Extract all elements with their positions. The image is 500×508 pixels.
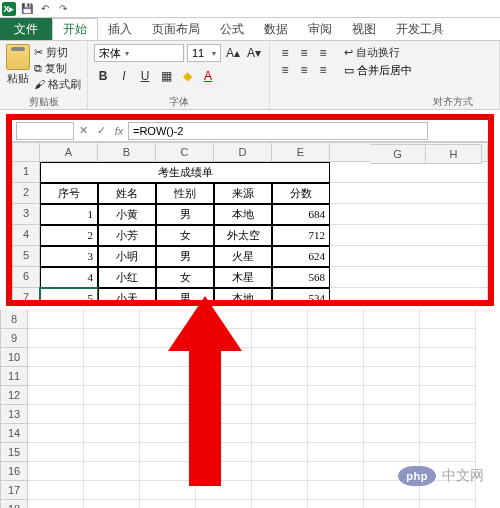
row-header[interactable]: 3 (12, 204, 40, 225)
table-cell[interactable]: 624 (272, 246, 330, 267)
row-header[interactable]: 12 (0, 386, 28, 405)
align-right-icon[interactable]: ≡ (314, 61, 332, 79)
table-cell[interactable]: 女 (156, 267, 214, 288)
col-header[interactable]: G (370, 144, 426, 164)
table-header-cell[interactable]: 序号 (40, 183, 98, 204)
merge-center-button[interactable]: ▭ 合并后居中 (344, 60, 412, 78)
cell[interactable] (330, 204, 488, 225)
font-size-select[interactable]: 11▾ (187, 44, 221, 62)
table-cell[interactable]: 534 (272, 288, 330, 306)
tab-dev[interactable]: 开发工具 (386, 18, 454, 40)
cell[interactable] (330, 288, 488, 306)
table-cell[interactable]: 小明 (98, 246, 156, 267)
cut-button[interactable]: ✂ 剪切 (34, 44, 81, 60)
col-header[interactable]: C (156, 142, 214, 162)
table-cell[interactable]: 1 (40, 204, 98, 225)
table-cell[interactable]: 男 (156, 246, 214, 267)
table-cell[interactable]: 712 (272, 225, 330, 246)
col-header[interactable]: H (426, 144, 482, 164)
table-header-cell[interactable]: 性别 (156, 183, 214, 204)
increase-font-icon[interactable]: A▴ (224, 44, 242, 62)
table-cell[interactable]: 女 (156, 225, 214, 246)
fill-color-button[interactable]: ◆ (178, 67, 196, 85)
format-painter-button[interactable]: 🖌 格式刷 (34, 76, 81, 92)
tab-home[interactable]: 开始 (52, 18, 98, 40)
table-cell[interactable]: 684 (272, 204, 330, 225)
tab-insert[interactable]: 插入 (98, 18, 142, 40)
row-header[interactable]: 8 (0, 310, 28, 329)
borders-button[interactable]: ▦ (157, 67, 175, 85)
wrap-text-button[interactable]: ↩ 自动换行 (344, 44, 412, 60)
tab-view[interactable]: 视图 (342, 18, 386, 40)
name-box[interactable] (16, 122, 74, 140)
cell[interactable] (330, 183, 488, 204)
table-cell[interactable]: 568 (272, 267, 330, 288)
table-title-cell[interactable]: 考生成绩单 (40, 162, 330, 183)
col-header[interactable]: E (272, 142, 330, 162)
table-cell[interactable]: 小天 (98, 288, 156, 306)
col-header[interactable]: A (40, 142, 98, 162)
tab-formulas[interactable]: 公式 (210, 18, 254, 40)
row-header[interactable]: 5 (12, 246, 40, 267)
cancel-entry-icon[interactable]: ✕ (74, 124, 92, 137)
row-header[interactable]: 11 (0, 367, 28, 386)
worksheet[interactable]: A B C D E F 1 考生成绩单 2 序号 姓名 性别 来源 分数 3 1… (12, 142, 488, 306)
row-header[interactable]: 13 (0, 405, 28, 424)
table-header-cell[interactable]: 分数 (272, 183, 330, 204)
row-header[interactable]: 14 (0, 424, 28, 443)
formula-bar[interactable]: =ROW()-2 (128, 122, 428, 140)
row-header[interactable]: 6 (12, 267, 40, 288)
copy-button[interactable]: ⧉ 复制 (34, 60, 81, 76)
row-header[interactable]: 9 (0, 329, 28, 348)
table-cell[interactable]: 外太空 (214, 225, 272, 246)
confirm-entry-icon[interactable]: ✓ (92, 124, 110, 137)
cell[interactable] (330, 162, 488, 183)
align-center-icon[interactable]: ≡ (295, 61, 313, 79)
redo-icon[interactable]: ↷ (56, 2, 70, 16)
col-header[interactable]: D (214, 142, 272, 162)
tab-file[interactable]: 文件 (0, 18, 52, 40)
table-cell[interactable]: 小黄 (98, 204, 156, 225)
table-cell[interactable]: 火星 (214, 246, 272, 267)
align-bottom-icon[interactable]: ≡ (314, 44, 332, 62)
table-cell[interactable]: 木星 (214, 267, 272, 288)
row-header[interactable]: 10 (0, 348, 28, 367)
tab-data[interactable]: 数据 (254, 18, 298, 40)
row-header[interactable]: 16 (0, 462, 28, 481)
row-header[interactable]: 4 (12, 225, 40, 246)
active-cell[interactable]: 5 (40, 288, 98, 306)
select-all-corner[interactable] (12, 142, 40, 162)
italic-button[interactable]: I (115, 67, 133, 85)
table-cell[interactable]: 3 (40, 246, 98, 267)
align-middle-icon[interactable]: ≡ (295, 44, 313, 62)
paste-button[interactable]: 粘贴 (6, 44, 30, 86)
fx-icon[interactable]: fx (110, 125, 128, 137)
row-header[interactable]: 18 (0, 500, 28, 508)
undo-icon[interactable]: ↶ (38, 2, 52, 16)
row-header[interactable]: 1 (12, 162, 40, 183)
table-cell[interactable]: 小红 (98, 267, 156, 288)
align-top-icon[interactable]: ≡ (276, 44, 294, 62)
font-name-select[interactable]: 宋体▾ (94, 44, 184, 62)
row-header[interactable]: 2 (12, 183, 40, 204)
table-header-cell[interactable]: 来源 (214, 183, 272, 204)
row-header[interactable]: 15 (0, 443, 28, 462)
align-left-icon[interactable]: ≡ (276, 61, 294, 79)
table-cell[interactable]: 本地 (214, 204, 272, 225)
bold-button[interactable]: B (94, 67, 112, 85)
cell[interactable] (330, 225, 488, 246)
tab-review[interactable]: 审阅 (298, 18, 342, 40)
col-header[interactable]: B (98, 142, 156, 162)
font-color-button[interactable]: A (199, 67, 217, 85)
save-icon[interactable]: 💾 (20, 2, 34, 16)
table-cell[interactable]: 4 (40, 267, 98, 288)
tab-layout[interactable]: 页面布局 (142, 18, 210, 40)
table-cell[interactable]: 男 (156, 204, 214, 225)
table-cell[interactable]: 小芳 (98, 225, 156, 246)
table-header-cell[interactable]: 姓名 (98, 183, 156, 204)
row-header[interactable]: 17 (0, 481, 28, 500)
row-header[interactable]: 7 (12, 288, 40, 306)
cell[interactable] (330, 246, 488, 267)
cell[interactable] (330, 267, 488, 288)
table-cell[interactable]: 2 (40, 225, 98, 246)
